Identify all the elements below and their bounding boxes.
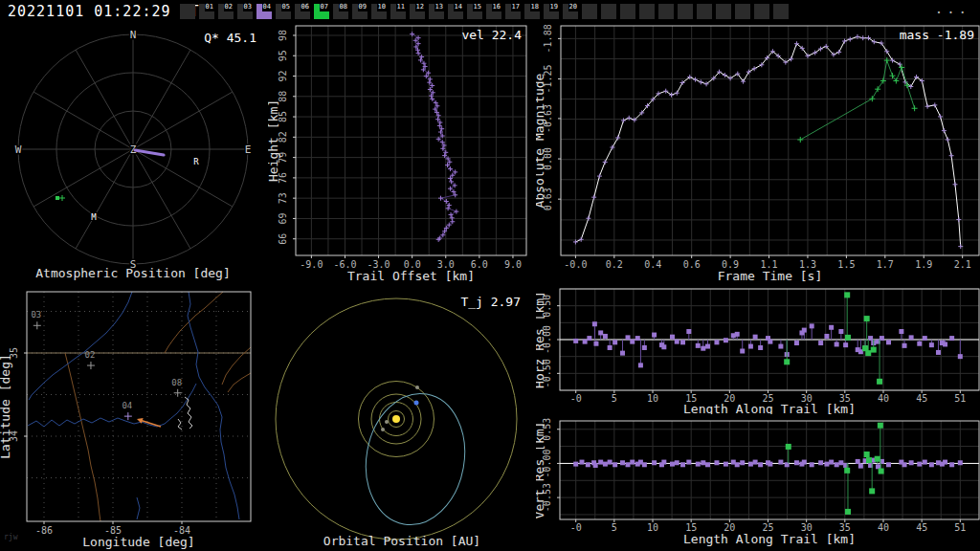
station-slot-empty-22[interactable] (601, 4, 616, 19)
data-point-marker (909, 335, 914, 340)
data-point-marker (943, 342, 947, 346)
station-slot-14[interactable]: 14 (448, 4, 463, 19)
tick-text: 45 (916, 393, 927, 404)
data-point-marker (824, 462, 829, 467)
tick-text: 1.9 (915, 259, 932, 270)
station-slot-05[interactable]: 05 (276, 4, 291, 19)
corner-text: Q* 45.1 (204, 31, 256, 45)
station-slot-09[interactable]: 09 (352, 4, 368, 19)
station-slot-13[interactable]: 13 (429, 4, 444, 19)
station-slot-empty-23[interactable] (620, 4, 635, 19)
tick-text: 5 (612, 522, 617, 533)
station-slot-number: 06 (301, 3, 310, 11)
overflow-menu-icon[interactable]: ... (935, 1, 970, 16)
station-slot-19[interactable]: 19 (544, 4, 559, 19)
chart-map: -86-85-84353403020804Longitude [deg]Lati… (0, 291, 268, 551)
station-slot-empty-30[interactable] (754, 4, 769, 19)
data-point-marker (932, 102, 937, 107)
data-point-marker (865, 350, 871, 356)
station-slot-15[interactable]: 15 (467, 4, 482, 19)
data-point-marker (675, 91, 679, 96)
station-slot-number: 20 (568, 3, 578, 11)
station-slot-06[interactable]: 06 (295, 4, 310, 19)
data-point-marker (579, 460, 584, 465)
station-slot-number: 13 (434, 3, 444, 11)
data-point-marker (923, 336, 927, 341)
station-slot-number: 15 (473, 3, 482, 11)
data-point-marker (740, 460, 745, 465)
station-slot-empty-31[interactable] (773, 4, 789, 19)
data-point-marker (835, 342, 839, 346)
data-point-marker (844, 292, 850, 298)
data-point-marker (829, 325, 834, 330)
data-point-marker (652, 460, 657, 465)
station-slot-empty-21[interactable] (582, 4, 597, 19)
data-point-marker (612, 340, 617, 344)
data-point-marker (608, 460, 612, 465)
station-slot-20[interactable]: 20 (563, 4, 578, 19)
data-point-marker (675, 460, 679, 465)
tick-text: 10 (647, 522, 658, 533)
station-slot-07[interactable]: 07 (314, 4, 329, 19)
corner-text: T_j 2.97 (460, 295, 521, 309)
station-slot-11[interactable]: 11 (390, 4, 406, 19)
cardinal-text: N (130, 29, 137, 41)
station-slot-04[interactable]: 04 (256, 4, 272, 19)
panel-atmospheric-position: NESWZRMQ* 45.1Atmospheric Position [deg] (0, 23, 268, 291)
station-slot-empty-25[interactable] (658, 4, 674, 19)
station-slot-number: 18 (530, 3, 540, 11)
data-point-marker (929, 342, 934, 347)
data-point-marker (858, 464, 863, 469)
station-slot-08[interactable]: 08 (333, 4, 348, 19)
data-point-marker (786, 444, 791, 450)
data-point-marker (860, 35, 865, 40)
station-slot-03[interactable]: 03 (237, 4, 253, 19)
station-slot-empty-28[interactable] (716, 4, 731, 19)
data-point-marker (753, 335, 758, 340)
station-slot-number: 05 (281, 3, 291, 11)
data-point-marker (642, 462, 647, 467)
data-point-marker (758, 345, 763, 350)
data-point-marker (701, 346, 705, 351)
station-slot-empty-29[interactable] (735, 4, 750, 19)
axis-ticks: -9.0-6.0-3.00.03.06.09.09895928885827976… (278, 30, 522, 270)
radiant-mark (59, 195, 65, 201)
station-slot-empty-26[interactable] (678, 4, 693, 19)
station-slot-10[interactable]: 10 (371, 4, 387, 19)
data-point-marker (593, 342, 598, 346)
station-slot-empty-24[interactable] (639, 4, 655, 19)
cardinal-text: E (245, 143, 252, 156)
data-point-marker (949, 153, 954, 158)
axtitle-text: Trail Offset [km] (347, 269, 475, 283)
stationlbl-text: 08 (171, 378, 182, 387)
station-slot-empty-0[interactable] (180, 4, 195, 19)
station-marker-08 (174, 389, 182, 397)
station-slot-number: 03 (243, 3, 253, 11)
data-point-marker (603, 160, 608, 165)
sun-marker (392, 415, 400, 423)
data-point-marker (829, 460, 834, 465)
data-point-marker (936, 350, 941, 355)
radiant-mark (56, 196, 59, 200)
plot-border (296, 26, 526, 255)
station-slot-02[interactable]: 02 (218, 4, 234, 19)
data-point-marker (768, 462, 772, 467)
station-slot-empty-27[interactable] (697, 4, 712, 19)
station-slot-number: 01 (205, 3, 214, 11)
tick-text: 9.0 (504, 259, 522, 270)
mars-marker (415, 386, 419, 389)
station-slot-18[interactable]: 18 (524, 4, 540, 19)
watermark: rjw (4, 533, 17, 541)
station-slot-17[interactable]: 17 (505, 4, 521, 19)
station-slot-number: 02 (224, 3, 234, 11)
tick-text: 5 (612, 393, 617, 404)
station-slot-12[interactable]: 12 (410, 4, 425, 19)
data-point-marker (946, 137, 950, 142)
data-point-marker (626, 462, 631, 467)
station-slot-16[interactable]: 16 (486, 4, 501, 19)
axtitle-text: Latitude [deg] (0, 354, 12, 459)
state-boundaries (65, 292, 251, 521)
data-point-marker (802, 328, 807, 333)
tick-text: 2.1 (954, 259, 971, 270)
station-slot-01[interactable]: 01 (199, 4, 214, 19)
